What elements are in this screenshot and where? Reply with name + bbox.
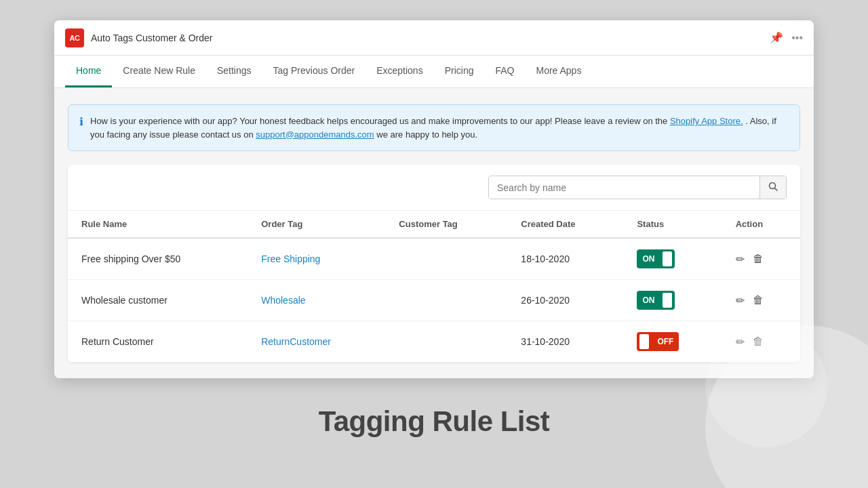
svg-line-1 <box>775 188 778 191</box>
status-toggle-on[interactable]: ON <box>637 291 675 310</box>
col-rule-name: Rule Name <box>68 211 248 238</box>
action-cell: ✏ 🗑 <box>736 253 787 266</box>
more-options-icon[interactable]: ••• <box>791 32 803 44</box>
app-icon: AC <box>65 28 84 47</box>
banner-text: How is your experience with our app? You… <box>90 115 789 141</box>
toggle-off-label: OFF <box>652 337 679 346</box>
cell-action: ✏ 🗑 <box>722 280 800 321</box>
cell-action: ✏ 🗑 <box>722 321 800 363</box>
cell-rule-name: Return Customer <box>68 321 248 363</box>
info-banner: ℹ How is your experience with our app? Y… <box>68 104 800 151</box>
tab-pricing[interactable]: Pricing <box>434 56 485 87</box>
cell-order-tag: Free Shipping <box>248 238 385 280</box>
cell-customer-tag <box>385 321 507 363</box>
tab-tag-previous-order[interactable]: Tag Previous Order <box>262 56 366 87</box>
cell-rule-name: Wholesale customer <box>68 280 248 321</box>
cell-created-date: 18-10-2020 <box>507 238 623 280</box>
col-customer-tag: Customer Tag <box>385 211 507 238</box>
cell-status: ON <box>623 280 722 321</box>
cell-order-tag: Wholesale <box>248 280 385 321</box>
tab-settings[interactable]: Settings <box>206 56 262 87</box>
app-title: Auto Tags Customer & Order <box>91 33 212 43</box>
order-tag-link[interactable]: Wholesale <box>261 295 305 306</box>
tab-create-new-rule[interactable]: Create New Rule <box>112 56 206 87</box>
shopify-link[interactable]: Shopify App Store. <box>670 116 743 126</box>
col-status: Status <box>623 211 722 238</box>
toggle-knob <box>639 334 649 349</box>
table-row: Return Customer ReturnCustomer 31-10-202… <box>68 321 800 363</box>
cell-customer-tag <box>385 238 507 280</box>
edit-icon[interactable]: ✏ <box>736 336 745 348</box>
title-bar: AC Auto Tags Customer & Order 📌 ••• <box>54 20 814 56</box>
banner-message3: we are happy to help you. <box>376 129 477 140</box>
nav-bar: Home Create New Rule Settings Tag Previo… <box>54 56 814 88</box>
table-body: Free shipping Over $50 Free Shipping 18-… <box>68 238 800 362</box>
cell-rule-name: Free shipping Over $50 <box>68 238 248 280</box>
table-head: Rule Name Order Tag Customer Tag Created… <box>68 211 800 238</box>
search-input[interactable] <box>489 177 760 199</box>
order-tag-link[interactable]: ReturnCustomer <box>261 336 331 347</box>
status-toggle-on[interactable]: ON <box>637 249 675 268</box>
delete-icon[interactable]: 🗑 <box>753 253 764 265</box>
table-header-row: Rule Name Order Tag Customer Tag Created… <box>68 211 800 238</box>
delete-icon[interactable]: 🗑 <box>753 336 764 348</box>
tab-faq[interactable]: FAQ <box>484 56 525 87</box>
col-created-date: Created Date <box>507 211 623 238</box>
content-area: ℹ How is your experience with our app? Y… <box>54 88 814 378</box>
table-row: Wholesale customer Wholesale 26-10-2020 … <box>68 280 800 321</box>
page-title-area: Tagging Rule List <box>319 378 550 451</box>
title-bar-left: AC Auto Tags Customer & Order <box>65 28 212 47</box>
cell-customer-tag <box>385 280 507 321</box>
cell-order-tag: ReturnCustomer <box>248 321 385 363</box>
delete-icon[interactable]: 🗑 <box>753 294 764 306</box>
cell-status: OFF <box>623 321 722 363</box>
toggle-on-label: ON <box>637 254 660 264</box>
rules-table: Rule Name Order Tag Customer Tag Created… <box>68 211 800 362</box>
cell-created-date: 31-10-2020 <box>507 321 623 363</box>
tab-more-apps[interactable]: More Apps <box>525 56 592 87</box>
search-wrapper <box>488 176 787 199</box>
toggle-on-label: ON <box>637 296 660 305</box>
info-icon: ℹ <box>79 115 83 128</box>
action-cell: ✏ 🗑 <box>736 294 787 307</box>
table-card: Rule Name Order Tag Customer Tag Created… <box>68 165 800 362</box>
page-title: Tagging Rule List <box>319 405 550 438</box>
action-cell: ✏ 🗑 <box>736 336 787 348</box>
edit-icon[interactable]: ✏ <box>736 253 745 266</box>
tab-exceptions[interactable]: Exceptions <box>366 56 433 87</box>
cell-status: ON <box>623 238 722 280</box>
cell-created-date: 26-10-2020 <box>507 280 623 321</box>
order-tag-link[interactable]: Free Shipping <box>261 253 320 264</box>
col-order-tag: Order Tag <box>248 211 385 238</box>
tab-home[interactable]: Home <box>65 56 112 87</box>
title-bar-right: 📌 ••• <box>770 31 803 44</box>
support-link[interactable]: support@appondemands.com <box>256 129 374 140</box>
status-toggle-off[interactable]: OFF <box>637 332 679 351</box>
col-action: Action <box>722 211 800 238</box>
cell-action: ✏ 🗑 <box>722 238 800 280</box>
search-bar <box>68 165 800 211</box>
banner-message: How is your experience with our app? You… <box>90 116 667 126</box>
toggle-knob <box>663 293 672 308</box>
search-icon <box>768 182 778 191</box>
search-button[interactable] <box>760 176 786 199</box>
table-row: Free shipping Over $50 Free Shipping 18-… <box>68 238 800 280</box>
pin-icon[interactable]: 📌 <box>770 31 783 44</box>
edit-icon[interactable]: ✏ <box>736 294 745 307</box>
app-window: AC Auto Tags Customer & Order 📌 ••• Home… <box>54 20 814 378</box>
toggle-knob <box>663 251 672 266</box>
